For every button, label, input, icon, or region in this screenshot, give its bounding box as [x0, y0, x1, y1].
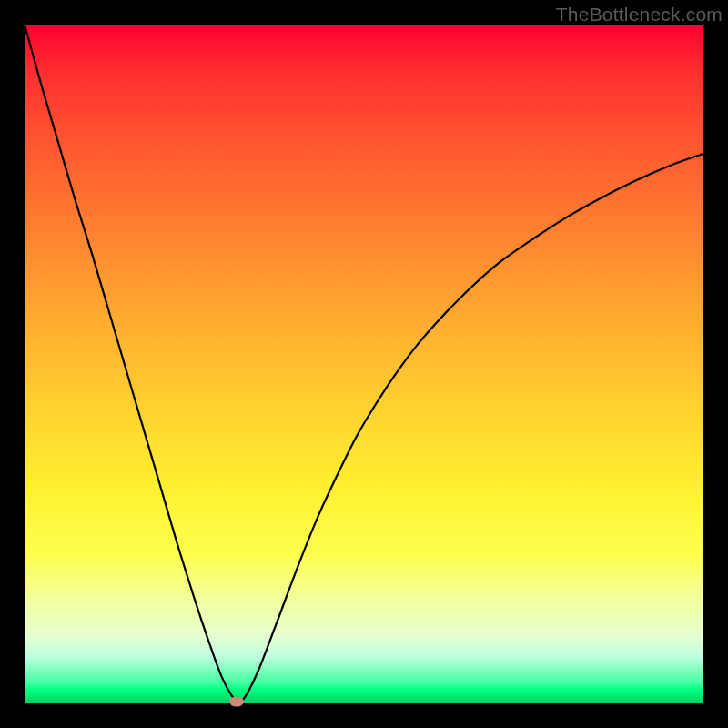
watermark-text: TheBottleneck.com — [556, 4, 723, 25]
chart-marker-dot — [229, 696, 244, 706]
chart-plot-area — [25, 25, 703, 703]
